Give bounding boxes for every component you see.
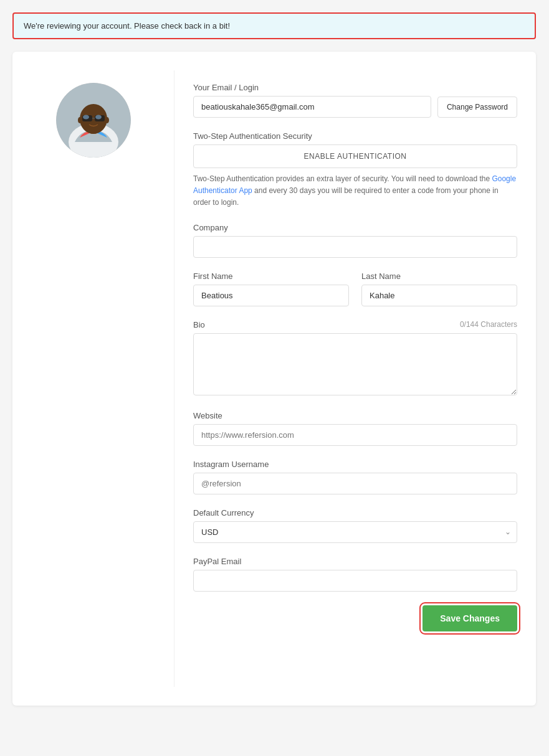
last-name-label: Last Name: [361, 272, 517, 281]
company-input[interactable]: [193, 236, 517, 258]
name-row: First Name Last Name: [193, 272, 517, 306]
svg-point-7: [83, 115, 89, 120]
save-changes-button[interactable]: Save Changes: [422, 605, 517, 631]
change-password-button[interactable]: Change Password: [437, 97, 517, 118]
email-group: Your Email / Login Change Password: [193, 83, 517, 118]
website-label: Website: [193, 411, 517, 420]
bio-group: Bio 0/144 Characters: [193, 320, 517, 397]
email-input-wrap: [193, 96, 431, 118]
currency-select[interactable]: USD EUR GBP CAD AUD: [193, 521, 517, 543]
bio-textarea[interactable]: [193, 333, 517, 395]
email-label: Your Email / Login: [193, 83, 517, 92]
instagram-label: Instagram Username: [193, 460, 517, 469]
instagram-group: Instagram Username: [193, 460, 517, 494]
left-panel: [12, 70, 174, 687]
email-row: Change Password: [193, 96, 517, 118]
two-step-label: Two-Step Authentication Security: [193, 131, 517, 141]
alert-banner: We're reviewing your account. Please che…: [12, 12, 536, 39]
auth-description: Two-Step Authentication provides an extr…: [193, 173, 517, 209]
last-name-group: Last Name: [361, 272, 517, 306]
auth-desc-before: Two-Step Authentication provides an extr…: [193, 174, 492, 183]
first-name-group: First Name: [193, 272, 349, 306]
currency-label: Default Currency: [193, 508, 517, 517]
bio-label: Bio: [193, 320, 205, 329]
company-label: Company: [193, 223, 517, 232]
alert-message: We're reviewing your account. Please che…: [24, 21, 230, 31]
last-name-input[interactable]: [361, 285, 517, 306]
currency-group: Default Currency USD EUR GBP CAD AUD ⌄: [193, 508, 517, 543]
website-group: Website: [193, 411, 517, 446]
svg-point-10: [105, 117, 109, 123]
right-panel: Your Email / Login Change Password Two-S…: [174, 70, 536, 687]
first-name-label: First Name: [193, 272, 349, 281]
paypal-label: PayPal Email: [193, 557, 517, 566]
email-input[interactable]: [193, 96, 431, 118]
bio-label-row: Bio 0/144 Characters: [193, 320, 517, 329]
currency-select-wrap: USD EUR GBP CAD AUD ⌄: [193, 521, 517, 543]
instagram-input[interactable]: [193, 473, 517, 494]
website-input[interactable]: [193, 424, 517, 446]
svg-point-8: [95, 115, 102, 120]
first-name-input[interactable]: [193, 285, 349, 306]
main-card: Your Email / Login Change Password Two-S…: [12, 52, 536, 706]
svg-point-9: [78, 117, 82, 123]
paypal-input[interactable]: [193, 570, 517, 592]
enable-auth-button[interactable]: ENABLE AUTHENTICATION: [193, 144, 517, 168]
company-group: Company: [193, 223, 517, 258]
save-row: Save Changes: [193, 605, 517, 631]
paypal-group: PayPal Email: [193, 557, 517, 592]
two-step-section: Two-Step Authentication Security ENABLE …: [193, 131, 517, 209]
avatar: [56, 83, 131, 158]
bio-char-count: 0/144 Characters: [460, 320, 517, 329]
